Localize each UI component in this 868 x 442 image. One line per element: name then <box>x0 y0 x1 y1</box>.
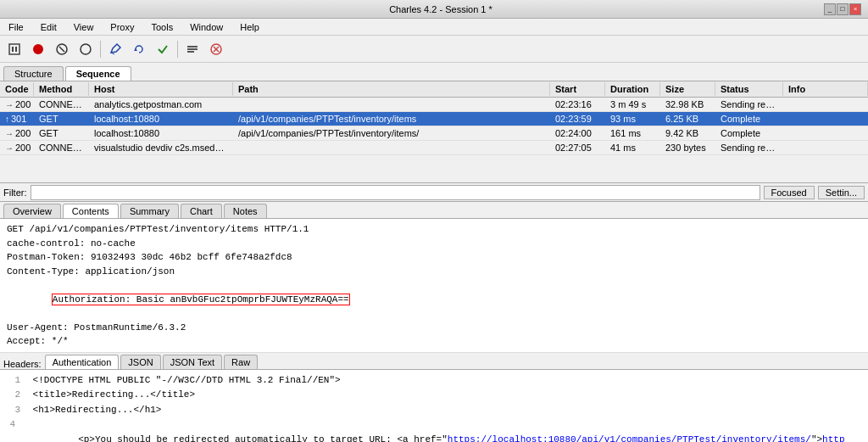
check-button[interactable] <box>152 38 174 60</box>
table-row[interactable]: → 200 CONNECT visualstudio devdiv c2s.ms… <box>0 141 868 155</box>
row-icon: → <box>5 129 14 138</box>
sub-tab-authentication[interactable]: Authentication <box>45 355 120 369</box>
sub-tabs-prefix: Headers: <box>3 357 45 369</box>
row-duration: 3 m 49 s <box>605 98 660 111</box>
body-line-text: <!DOCTYPE HTML PUBLIC "-//W3C//DTD HTML … <box>33 375 341 385</box>
table-row[interactable]: → 200 CONNECT analytics.getpostman.com 0… <box>0 98 868 112</box>
svg-rect-10 <box>187 48 198 50</box>
col-header-code: Code <box>0 82 34 96</box>
row-method: CONNECT <box>34 98 89 111</box>
row-status: Complete <box>715 126 783 140</box>
tab-sequence[interactable]: Sequence <box>65 66 131 81</box>
row-code: ↑ 301 <box>0 112 34 126</box>
tab-contents[interactable]: Contents <box>63 204 119 218</box>
row-size: 32.98 KB <box>660 98 715 111</box>
settings-button[interactable]: Settin... <box>818 186 865 199</box>
row-size: 230 bytes <box>660 141 715 154</box>
header-line-1: GET /api/v1/companies/PTPTest/inventory/… <box>7 222 861 237</box>
row-host: analytics.getpostman.com <box>89 98 233 111</box>
menu-bar: File Edit View Proxy Tools Window Help <box>0 19 868 36</box>
row-host: visualstudio devdiv c2s.msedge.net <box>89 141 233 154</box>
menu-view[interactable]: View <box>69 20 99 34</box>
menu-edit[interactable]: Edit <box>36 20 62 34</box>
col-header-start: Start <box>550 82 605 96</box>
window-controls[interactable]: _ □ × <box>824 3 861 15</box>
body-line: 2 <title>Redirecting...</title> <box>7 388 861 403</box>
row-host: localhost:10880 <box>89 126 233 140</box>
maximize-button[interactable]: □ <box>837 3 849 15</box>
header-line-5: User-Agent: PostmanRuntime/6.3.2 <box>7 321 861 335</box>
filter-label: Filter: <box>3 187 27 198</box>
row-start: 02:24:00 <box>550 126 605 140</box>
tab-notes[interactable]: Notes <box>224 204 267 218</box>
details-panel: Overview Contents Summary Chart Notes GE… <box>0 202 868 442</box>
row-code: → 200 <box>0 141 34 154</box>
edit-button[interactable] <box>104 38 126 60</box>
tab-summary[interactable]: Summary <box>120 204 179 218</box>
cancel-button[interactable] <box>205 38 227 60</box>
row-duration: 41 ms <box>605 141 660 154</box>
row-info <box>783 112 868 126</box>
stop-button[interactable] <box>27 38 49 60</box>
body-line-4-text: <p>You should be redirected automaticall… <box>22 417 861 442</box>
throttle-button[interactable] <box>75 38 97 60</box>
detail-tabs: Overview Contents Summary Chart Notes <box>0 202 868 219</box>
row-info <box>783 126 868 140</box>
menu-help[interactable]: Help <box>235 20 264 34</box>
row-status: Sending request bo... <box>715 141 783 154</box>
filter-bar: Filter: Focused Settin... <box>0 183 868 202</box>
toolbar <box>0 36 868 63</box>
minimize-button[interactable]: _ <box>824 3 836 15</box>
row-method: GET <box>34 126 89 140</box>
sub-tab-json[interactable]: JSON <box>120 355 160 369</box>
toolbar-separator-1 <box>100 41 101 58</box>
row-host: localhost:10880 <box>89 112 233 126</box>
header-line-4: Content-Type: application/json <box>7 265 861 279</box>
filter-input[interactable] <box>31 185 760 200</box>
clear-button[interactable] <box>51 38 73 60</box>
row-status: Sending request bo... <box>715 98 783 111</box>
row-info <box>783 141 868 154</box>
col-header-path: Path <box>233 82 550 96</box>
svg-rect-11 <box>187 51 194 53</box>
table-row[interactable]: ↑ 301 GET localhost:10880 /api/v1/compan… <box>0 112 868 126</box>
sub-tab-json-text[interactable]: JSON Text <box>163 355 222 369</box>
row-code: → 200 <box>0 98 34 111</box>
menu-file[interactable]: File <box>3 20 29 34</box>
window-title: Charles 4.2 - Session 1 * <box>389 4 492 14</box>
body-line-text: <title>Redirecting...</title> <box>33 389 195 400</box>
tools-button[interactable] <box>181 38 203 60</box>
row-info <box>783 98 868 111</box>
body-line: 1 <!DOCTYPE HTML PUBLIC "-//W3C//DTD HTM… <box>7 373 861 389</box>
row-path: /api/v1/companies/PTPTest/inventory/item… <box>233 126 550 140</box>
menu-proxy[interactable]: Proxy <box>105 20 139 34</box>
row-method: CONNECT <box>34 141 89 154</box>
header-line-auth: Authorization: Basic anBvbGFuc2tpOmprbFJ… <box>7 278 861 321</box>
close-button[interactable]: × <box>849 3 861 15</box>
sub-tab-raw[interactable]: Raw <box>224 355 258 369</box>
row-status: Complete <box>715 112 783 126</box>
row-path <box>233 141 550 154</box>
menu-window[interactable]: Window <box>185 20 228 34</box>
tab-structure[interactable]: Structure <box>3 66 64 81</box>
request-headers: GET /api/v1/companies/PTPTest/inventory/… <box>0 219 868 353</box>
row-duration: 161 ms <box>605 126 660 140</box>
col-header-size: Size <box>660 82 715 96</box>
focused-button[interactable]: Focused <box>764 186 815 199</box>
record-button[interactable] <box>3 38 25 60</box>
menu-tools[interactable]: Tools <box>146 20 178 34</box>
table-row[interactable]: → 200 GET localhost:10880 /api/v1/compan… <box>0 126 868 141</box>
row-start: 02:23:59 <box>550 112 605 126</box>
header-line-2: cache-control: no-cache <box>7 237 861 251</box>
svg-marker-0 <box>9 44 19 54</box>
refresh-button[interactable] <box>128 38 150 60</box>
auth-highlight: Authorization: Basic anBvbGFuc2tpOmprbFJ… <box>52 294 350 305</box>
tab-chart[interactable]: Chart <box>181 204 222 218</box>
row-start: 02:23:16 <box>550 98 605 111</box>
col-header-duration: Duration <box>605 82 660 96</box>
row-icon: ↑ <box>5 115 9 124</box>
toolbar-separator-2 <box>177 41 178 58</box>
col-header-status: Status <box>715 82 783 96</box>
row-path: /api/v1/companies/PTPTest/inventory/item… <box>233 112 550 126</box>
tab-overview[interactable]: Overview <box>3 204 61 218</box>
